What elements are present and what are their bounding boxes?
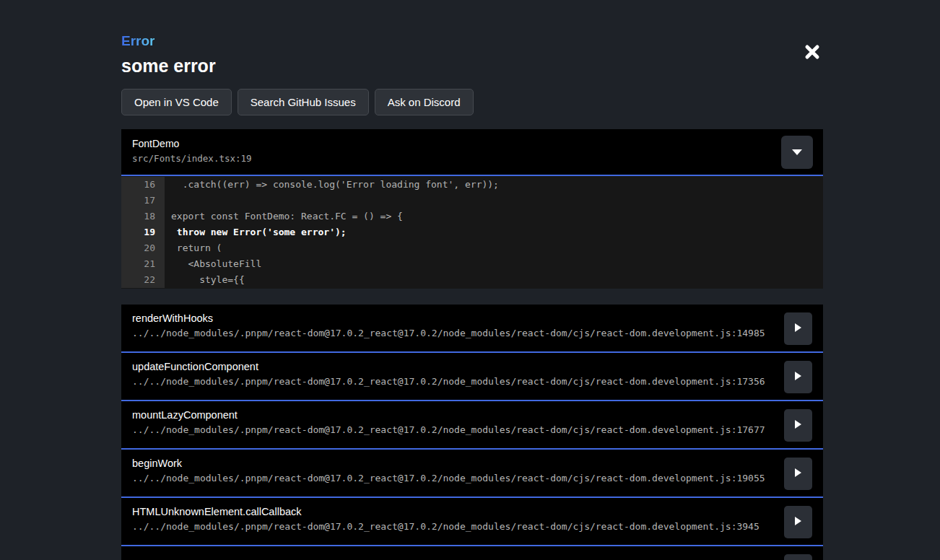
search-github-issues-button[interactable]: Search GitHub Issues <box>238 89 369 115</box>
stack-frame-path: ../../node_modules/.pnpm/react-dom@17.0.… <box>132 328 773 338</box>
stack-frame-row: renderWithHooks ../../node_modules/.pnpm… <box>121 305 823 353</box>
expand-frame-button[interactable] <box>784 409 812 442</box>
open-in-vscode-button[interactable]: Open in VS Code <box>121 89 232 115</box>
expand-frame-button[interactable] <box>784 506 812 538</box>
stack-frame-path: ../../node_modules/.pnpm/react-dom@17.0.… <box>132 376 773 387</box>
code-line-text: export const FontDemo: React.FC = () => … <box>165 209 403 224</box>
line-number: 19 <box>121 224 165 240</box>
expand-frame-button[interactable] <box>784 458 812 490</box>
line-number: 22 <box>121 272 165 288</box>
stack-frame-name: renderWithHooks <box>132 312 773 324</box>
code-frame-header: FontDemo src/Fonts/index.tsx:19 <box>121 129 823 176</box>
stack-frame-path: ../../node_modules/.pnpm/react-dom@17.0.… <box>132 424 773 435</box>
code-row: 20 return ( <box>121 240 823 256</box>
line-number: 17 <box>121 193 165 209</box>
code-frame-location: src/Fonts/index.tsx:19 <box>132 153 812 164</box>
code-snippet: 16 .catch((err) => console.log('Error lo… <box>121 176 823 289</box>
code-row: 21 <AbsoluteFill <box>121 256 823 272</box>
code-line-text: throw new Error('some error'); <box>165 224 347 240</box>
code-row: 22 style={{ <box>121 272 823 288</box>
code-line-text: <AbsoluteFill <box>165 256 261 272</box>
code-line-text <box>165 193 171 209</box>
code-line-text: style={{ <box>165 272 245 288</box>
play-icon <box>795 420 801 431</box>
line-number: 18 <box>121 209 165 224</box>
ask-on-discord-button[interactable]: Ask on Discord <box>375 89 474 115</box>
stack-frame-name: mountLazyComponent <box>132 409 773 421</box>
code-row: 17 <box>121 193 823 209</box>
code-row: 19 throw new Error('some error'); <box>121 224 823 240</box>
play-icon <box>795 372 801 382</box>
stack-frame-row: updateFunctionComponent ../../node_modul… <box>121 353 823 401</box>
stack-frame-row: beginWork ../../node_modules/.pnpm/react… <box>121 450 823 498</box>
error-overlay: Error some error Open in VS Code Search … <box>121 0 823 560</box>
code-frame-card: FontDemo src/Fonts/index.tsx:19 16 .catc… <box>121 129 823 289</box>
code-row: 18export const FontDemo: React.FC = () =… <box>121 209 823 224</box>
collapse-code-button[interactable] <box>781 136 813 169</box>
stack-trace-list: renderWithHooks ../../node_modules/.pnpm… <box>121 305 823 560</box>
expand-frame-button[interactable] <box>784 312 812 345</box>
code-line-text: return ( <box>165 240 222 256</box>
stack-frame-row <box>121 546 823 560</box>
play-icon <box>795 468 801 479</box>
stack-frame-name: HTMLUnknownElement.callCallback <box>132 506 773 517</box>
stack-frame-row: mountLazyComponent ../../node_modules/.p… <box>121 401 823 450</box>
expand-frame-button[interactable] <box>784 361 812 393</box>
code-line-text: .catch((err) => console.log('Error loadi… <box>165 177 499 193</box>
stack-frame-path: ../../node_modules/.pnpm/react-dom@17.0.… <box>132 473 773 484</box>
expand-frame-button[interactable] <box>784 554 812 560</box>
stack-frame-name: updateFunctionComponent <box>132 361 773 372</box>
stack-frame-path: ../../node_modules/.pnpm/react-dom@17.0.… <box>132 521 773 532</box>
error-type-label: Error <box>121 33 155 49</box>
line-number: 16 <box>121 177 165 193</box>
code-row: 16 .catch((err) => console.log('Error lo… <box>121 177 823 193</box>
line-number: 20 <box>121 240 165 256</box>
code-frame-title: FontDemo <box>132 138 812 149</box>
line-number: 21 <box>121 256 165 272</box>
stack-frame-name: beginWork <box>132 458 773 469</box>
chevron-down-icon <box>791 147 803 158</box>
stack-frame-row: HTMLUnknownElement.callCallback ../../no… <box>121 498 823 546</box>
play-icon <box>795 323 801 334</box>
play-icon <box>795 517 801 528</box>
error-message-title: some error <box>121 56 823 76</box>
action-button-row: Open in VS Code Search GitHub Issues Ask… <box>121 89 823 115</box>
